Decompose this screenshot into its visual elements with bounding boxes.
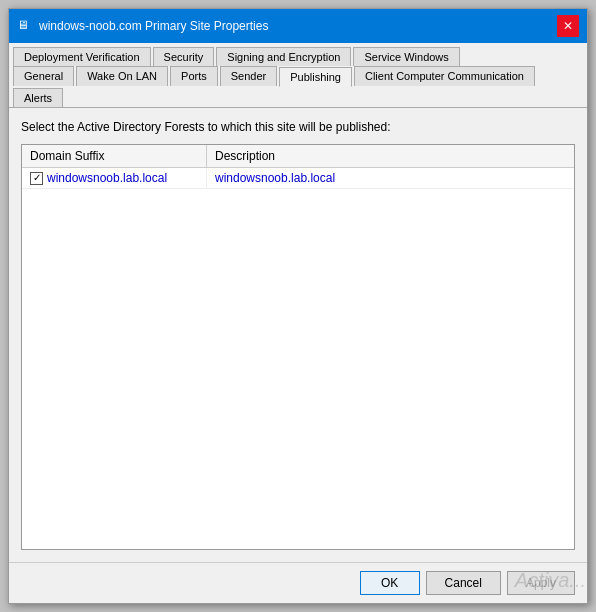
tab-service-windows[interactable]: Service Windows [353,47,459,66]
content-area: Select the Active Directory Forests to w… [9,108,587,562]
dialog-title: windows-noob.com Primary Site Properties [39,19,268,33]
tab-sender[interactable]: Sender [220,66,277,86]
tab-ports[interactable]: Ports [170,66,218,86]
tabs-row2: General Wake On LAN Ports Sender Publish… [9,66,587,108]
dialog-window: 🖥 windows-noob.com Primary Site Properti… [8,8,588,604]
domain-table: Domain Suffix Description windowsnoob.la… [21,144,575,550]
ok-button[interactable]: OK [360,571,420,595]
tab-alerts[interactable]: Alerts [13,88,63,107]
domain-value: windowsnoob.lab.local [47,171,167,185]
tab-deployment-verification[interactable]: Deployment Verification [13,47,151,66]
table-empty-space [22,189,574,549]
title-bar-left: 🖥 windows-noob.com Primary Site Properti… [17,18,268,34]
apply-button[interactable]: Apply [507,571,575,595]
cell-domain: windowsnoob.lab.local [22,168,207,188]
tab-security[interactable]: Security [153,47,215,66]
table-row[interactable]: windowsnoob.lab.local windowsnoob.lab.lo… [22,168,574,189]
column-domain-suffix: Domain Suffix [22,145,207,167]
column-description: Description [207,145,574,167]
tab-client-computer-communication[interactable]: Client Computer Communication [354,66,535,86]
close-button[interactable]: ✕ [557,15,579,37]
row-checkbox[interactable] [30,172,43,185]
cell-description: windowsnoob.lab.local [207,168,574,188]
tab-wake-on-lan[interactable]: Wake On LAN [76,66,168,86]
table-header: Domain Suffix Description [22,145,574,168]
tab-signing-encryption[interactable]: Signing and Encryption [216,47,351,66]
cancel-button[interactable]: Cancel [426,571,501,595]
button-bar: OK Cancel Apply [9,562,587,603]
tab-publishing[interactable]: Publishing [279,67,352,87]
tab-general[interactable]: General [13,66,74,86]
app-icon: 🖥 [17,18,33,34]
description-text: Select the Active Directory Forests to w… [21,120,575,134]
title-bar: 🖥 windows-noob.com Primary Site Properti… [9,9,587,43]
tabs-row1: Deployment Verification Security Signing… [9,43,587,67]
